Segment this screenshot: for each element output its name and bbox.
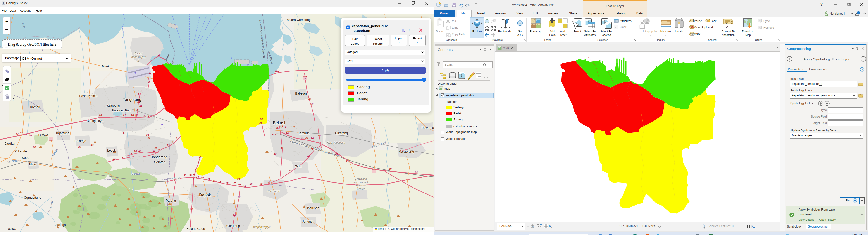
svg-text:Tangerang: Tangerang <box>151 155 167 159</box>
svg-text:10: 10 <box>292 125 295 128</box>
svg-text:52: 52 <box>33 146 36 148</box>
svg-text:4: 4 <box>172 141 173 143</box>
svg-text:Center: Center <box>357 188 365 190</box>
svg-text:Mauk: Mauk <box>102 64 110 68</box>
svg-text:11: 11 <box>137 100 140 103</box>
svg-text:Klapanunggal: Klapanunggal <box>253 226 271 229</box>
svg-text:31: 31 <box>335 153 338 155</box>
svg-text:?: ? <box>861 68 863 71</box>
svg-text:Legok: Legok <box>107 149 116 152</box>
svg-text:44: 44 <box>219 181 222 184</box>
svg-text:17: 17 <box>304 77 306 80</box>
svg-text:Depok: Depok <box>199 193 211 197</box>
svg-text:40: 40 <box>201 176 204 179</box>
svg-text:14: 14 <box>138 149 141 152</box>
svg-text:Babelan: Babelan <box>295 92 307 95</box>
svg-text:16: 16 <box>144 114 146 117</box>
svg-text:Pasar Kemis: Pasar Kemis <box>79 94 97 98</box>
svg-text:54: 54 <box>415 171 418 173</box>
svg-text:Jasinga: Jasinga <box>55 223 66 227</box>
svg-text:awa Barat: awa Barat <box>168 177 180 180</box>
svg-text:17: 17 <box>131 152 134 155</box>
svg-text:7: 7 <box>138 93 140 96</box>
svg-text:Jonggol: Jonggol <box>302 219 313 223</box>
svg-text:45: 45 <box>20 131 23 134</box>
svg-text:Pantai: Pantai <box>134 52 142 55</box>
svg-text:52: 52 <box>250 183 252 185</box>
svg-text:Balaraja: Balaraja <box>74 139 86 143</box>
svg-text:15: 15 <box>237 178 240 181</box>
svg-text:Tambun: Tambun <box>298 131 310 135</box>
svg-text:?: ? <box>820 2 823 6</box>
svg-text:16: 16 <box>134 150 137 152</box>
svg-text:21: 21 <box>301 136 304 139</box>
svg-text:38: 38 <box>78 146 81 148</box>
svg-text:Maja: Maja <box>29 162 36 166</box>
svg-text:19: 19 <box>238 195 241 198</box>
svg-text:10: 10 <box>153 149 155 152</box>
svg-text:74: 74 <box>310 148 313 150</box>
svg-text:1: 1 <box>50 137 52 140</box>
svg-text:Indah Kapuk: Indah Kapuk <box>130 56 146 59</box>
svg-text:41: 41 <box>280 147 283 150</box>
svg-text:7: 7 <box>193 174 195 177</box>
svg-text:International: International <box>353 181 368 183</box>
svg-text:Rawame: Rawame <box>421 126 434 130</box>
svg-text:45: 45 <box>226 181 229 184</box>
svg-text:1: 1 <box>373 170 375 173</box>
svg-text:47: 47 <box>259 122 262 125</box>
svg-text:✈: ✈ <box>134 71 137 75</box>
svg-text:50: 50 <box>29 133 32 136</box>
svg-text:Cileungsi: Cileungsi <box>268 189 280 193</box>
svg-text:103: 103 <box>275 70 279 72</box>
svg-text:Curugbitung: Curugbitung <box>24 196 41 200</box>
svg-text:24: 24 <box>154 147 157 149</box>
svg-text:78: 78 <box>318 134 321 137</box>
svg-text:0: 0 <box>285 126 286 128</box>
svg-text:47: 47 <box>280 126 283 128</box>
svg-text:49: 49 <box>238 183 242 186</box>
svg-text:34: 34 <box>346 159 349 162</box>
svg-text:19: 19 <box>120 156 123 159</box>
svg-text:9: 9 <box>137 108 139 111</box>
svg-text:Kresek: Kresek <box>30 105 40 109</box>
svg-text:41: 41 <box>207 178 210 180</box>
svg-text:35: 35 <box>91 143 94 146</box>
svg-text:43: 43 <box>213 180 215 183</box>
svg-text:50: 50 <box>244 184 246 187</box>
svg-text:Cibarusah: Cibarusah <box>305 206 319 210</box>
svg-text:24: 24 <box>232 214 236 217</box>
svg-text:4: 4 <box>197 160 199 163</box>
svg-text:31: 31 <box>174 180 177 183</box>
svg-text:37: 37 <box>357 163 360 166</box>
svg-text:88: 88 <box>311 103 314 105</box>
svg-text:47: 47 <box>232 182 236 185</box>
svg-text:5: 5 <box>272 134 274 136</box>
svg-text:9: 9 <box>193 178 195 180</box>
svg-text:Greenland: Greenland <box>354 177 367 180</box>
svg-text:65: 65 <box>289 169 292 172</box>
svg-text:18: 18 <box>131 114 134 116</box>
svg-text:8: 8 <box>275 134 277 136</box>
svg-text:A: A <box>726 25 728 29</box>
svg-text:22: 22 <box>113 157 115 160</box>
svg-text:18: 18 <box>135 114 138 116</box>
svg-text:26: 26 <box>99 114 102 116</box>
svg-text:49: 49 <box>24 133 27 136</box>
svg-text:11: 11 <box>140 104 142 107</box>
svg-text:Bojong Gede: Bojong Gede <box>186 227 205 231</box>
svg-text:16: 16 <box>286 132 289 135</box>
svg-text:Cikande: Cikande <box>15 150 27 153</box>
svg-text:✈: ✈ <box>247 63 249 66</box>
svg-text:35: 35 <box>184 174 186 177</box>
svg-text:25: 25 <box>157 149 161 152</box>
svg-text:Muara Gembong: Muara Gembong <box>287 18 310 22</box>
svg-text:47: 47 <box>16 132 19 135</box>
svg-text:Parung: Parung <box>166 199 176 202</box>
svg-text:6: 6 <box>195 169 196 172</box>
svg-text:Karawaci Baru: Karawaci Baru <box>112 109 131 112</box>
svg-text:24: 24 <box>311 137 314 139</box>
svg-text:72: 72 <box>307 155 310 157</box>
svg-text:Karawang: Karawang <box>399 150 414 153</box>
svg-text:21: 21 <box>305 136 308 139</box>
